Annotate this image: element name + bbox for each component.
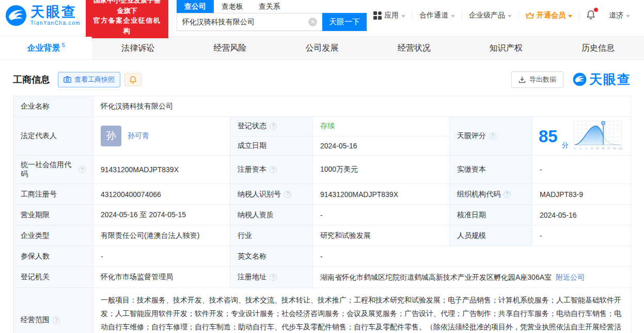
tab-legal-litigation[interactable]: 法律诉讼 bbox=[92, 37, 184, 59]
apps-grid-icon bbox=[373, 11, 382, 20]
table-row: 统一社会信用代码 91431200MADJPT839X 注册资本 1000万美元… bbox=[13, 156, 631, 184]
field-label: 注册地址 bbox=[230, 267, 313, 287]
help-icon[interactable] bbox=[489, 132, 496, 140]
score-distribution-chart: 0 1 3 15 50 85 97 99 100 bbox=[573, 120, 622, 152]
table-row: 营业期限 2024-05-16 至 2074-05-15 纳税人资质 - 核准日… bbox=[13, 205, 631, 225]
nearby-companies-link[interactable]: 附近公司 bbox=[556, 271, 585, 283]
chart-x-ticks: 0 1 3 15 50 85 97 99 100 bbox=[574, 147, 622, 150]
tab-label: 法律诉讼 bbox=[121, 43, 154, 54]
field-label: 核准日期 bbox=[450, 205, 532, 225]
reg-status-value: 存续 bbox=[313, 117, 449, 136]
nav-enterprise-products[interactable]: 企业级产品 bbox=[462, 11, 519, 20]
field-label: 成立日期 bbox=[230, 137, 313, 156]
help-icon[interactable] bbox=[53, 316, 60, 324]
tab-company-background[interactable]: 企业背景 5 bbox=[0, 37, 92, 59]
help-icon[interactable] bbox=[78, 166, 86, 173]
search-tab-company[interactable]: 查公司 bbox=[177, 0, 214, 13]
industry-value: 研究和试验发展 bbox=[313, 225, 450, 246]
field-label: 经营范围 bbox=[13, 288, 93, 333]
table-subrow: 成立日期 2024-05-16 bbox=[230, 137, 449, 156]
legal-rep-link[interactable]: 孙可青 bbox=[128, 131, 149, 141]
field-label: 企业类型 bbox=[13, 225, 93, 246]
logo-domain: TianYanCha.com bbox=[30, 21, 81, 26]
tab-company-development[interactable]: 公司发展 bbox=[276, 37, 368, 59]
download-icon bbox=[519, 76, 526, 83]
help-icon[interactable] bbox=[270, 123, 277, 130]
table-subrow: 登记状态 存续 bbox=[230, 117, 449, 137]
help-icon[interactable] bbox=[270, 274, 277, 281]
nav-user-menu[interactable]: 道济 bbox=[602, 11, 637, 20]
notification-red-dot bbox=[594, 8, 598, 12]
nav-apps-label: 应用 bbox=[384, 11, 399, 20]
paid-capital-value: - bbox=[532, 156, 631, 184]
gov-certification-badge: 国家中小企业发展子基金旗下 官方备案企业征信机构 bbox=[86, 0, 168, 38]
field-label: 人员规模 bbox=[450, 225, 532, 246]
field-label: 组织机构代码 bbox=[450, 184, 532, 204]
reg-authority-value: 怀化市市场监督管理局 bbox=[93, 267, 230, 287]
table-row: 企业名称 怀化汉骑科技有限公司 bbox=[13, 96, 631, 117]
tab-history-info[interactable]: 历史信息 bbox=[552, 37, 644, 59]
search-tab-boss[interactable]: 查老板 bbox=[214, 0, 251, 13]
svg-text:100: 100 bbox=[618, 147, 622, 150]
table-row: 经营范围 一般项目：技术服务、技术开发、技术咨询、技术交流、技术转让、技术推广；… bbox=[13, 288, 631, 333]
business-term-value: 2024-05-16 至 2074-05-15 bbox=[93, 205, 230, 225]
badge-line1: 国家中小企业发展子基金旗下 bbox=[90, 0, 163, 16]
table-row: 工商注册号 431200400074066 纳税人识别号 91431200MAD… bbox=[13, 184, 631, 205]
taxpayer-id-value: 91431200MADJPT839X bbox=[313, 184, 450, 204]
svg-text:99: 99 bbox=[613, 147, 616, 150]
score-unit: 分 bbox=[562, 141, 569, 150]
crown-icon bbox=[526, 12, 534, 19]
badge-line2: 官方备案企业征信机构 bbox=[90, 16, 163, 36]
nav-notifications[interactable] bbox=[579, 10, 602, 21]
field-label: 天眼评分 bbox=[450, 117, 532, 155]
clear-icon[interactable]: ✕ bbox=[308, 18, 317, 26]
field-label: 法定代表人 bbox=[13, 117, 93, 155]
nav-open-vip[interactable]: 开通会员 bbox=[519, 11, 579, 20]
tab-operation-status[interactable]: 经营状况 bbox=[368, 37, 460, 59]
monitor-bell-button[interactable] bbox=[124, 73, 142, 86]
svg-text:15: 15 bbox=[590, 147, 593, 150]
tab-label: 经营状况 bbox=[398, 43, 431, 54]
tab-operation-risk[interactable]: 经营风险 bbox=[184, 37, 276, 59]
company-name-value: 怀化汉骑科技有限公司 bbox=[93, 96, 631, 116]
mid-subgrid: 登记状态 存续 成立日期 2024-05-16 bbox=[230, 117, 450, 155]
org-code-value: MADJPT83-9 bbox=[532, 184, 631, 204]
field-label: 营业期限 bbox=[13, 205, 93, 225]
field-label: 纳税人资质 bbox=[230, 205, 313, 225]
export-data-button[interactable]: 导出数据 bbox=[511, 71, 563, 88]
field-label: 工商注册号 bbox=[13, 184, 93, 204]
chevron-down-icon bbox=[508, 15, 512, 18]
field-label: 登记机关 bbox=[13, 267, 93, 287]
logo-text: 天眼查 bbox=[30, 5, 81, 19]
tab-intellectual-property[interactable]: 知识产权 bbox=[460, 37, 552, 59]
search-tabs: 查公司 查老板 查关系 bbox=[177, 0, 367, 13]
nav-partner-channel[interactable]: 合作通道 bbox=[412, 11, 462, 20]
help-icon[interactable] bbox=[284, 191, 291, 198]
reg-capital-value: 1000万美元 bbox=[313, 156, 450, 184]
svg-text:85: 85 bbox=[602, 147, 605, 150]
search-input[interactable] bbox=[177, 13, 322, 31]
nav-apps[interactable]: 应用 bbox=[367, 11, 412, 20]
est-date-value: 2024-05-16 bbox=[313, 137, 449, 156]
svg-text:97: 97 bbox=[607, 147, 610, 150]
avatar[interactable]: 孙 bbox=[101, 126, 121, 146]
field-label: 登记状态 bbox=[230, 117, 313, 136]
tab-label: 企业背景 bbox=[27, 43, 60, 54]
help-icon[interactable] bbox=[504, 191, 511, 198]
reg-address-value: 湖南省怀化市鹤城区坨院街道鹤城高新技术产业开发区孵化园A座306A室 附近公司 bbox=[313, 267, 631, 287]
approval-date-value: 2024-05-16 bbox=[532, 205, 631, 225]
search-tab-relation[interactable]: 查关系 bbox=[251, 0, 288, 13]
nav-vip-label: 开通会员 bbox=[537, 11, 566, 20]
table-row: 登记机关 怀化市市场监督管理局 注册地址 湖南省怀化市鹤城区坨院街道鹤城高新技术… bbox=[13, 267, 631, 288]
search-button[interactable]: 天眼一下 bbox=[322, 13, 367, 31]
field-label: 统一社会信用代码 bbox=[13, 156, 93, 184]
help-icon[interactable] bbox=[270, 166, 277, 173]
section-title: 工商信息 bbox=[13, 73, 50, 86]
score-cell[interactable]: 85 分 bbox=[532, 117, 631, 155]
top-header: 天眼查 TianYanCha.com 国家中小企业发展子基金旗下 官方备案企业征… bbox=[0, 0, 644, 31]
watermark-text: 天眼查 bbox=[589, 71, 631, 88]
camera-icon bbox=[64, 76, 71, 83]
chevron-down-icon bbox=[626, 15, 630, 18]
snapshot-button[interactable]: 查看工商快照 bbox=[58, 72, 120, 87]
tianyancha-logo[interactable]: 天眼查 TianYanCha.com bbox=[5, 5, 81, 26]
